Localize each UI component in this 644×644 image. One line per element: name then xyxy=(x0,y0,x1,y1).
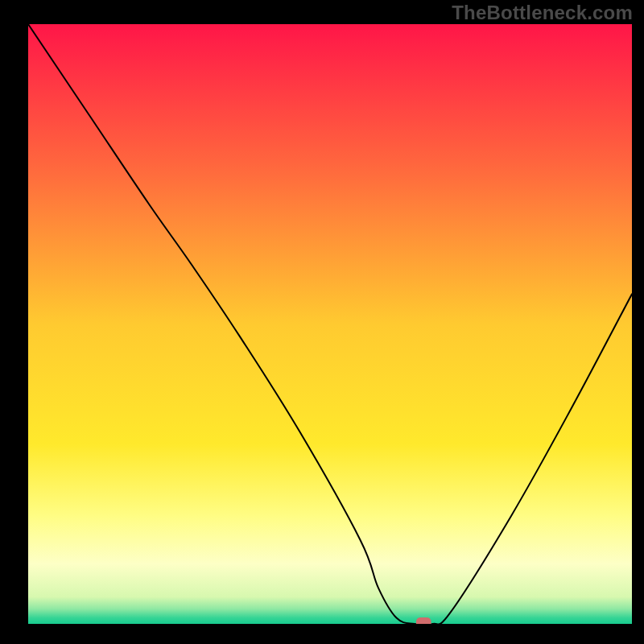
attribution-label: TheBottleneck.com xyxy=(452,2,633,24)
bottleneck-chart-canvas xyxy=(28,24,632,624)
chart-frame: TheBottleneck.com xyxy=(0,0,644,644)
